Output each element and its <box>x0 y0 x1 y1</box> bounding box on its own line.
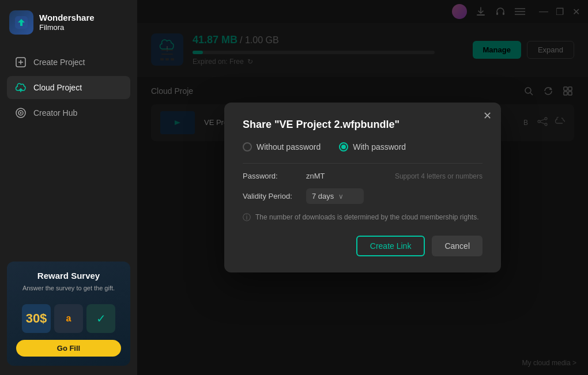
share-modal: ✕ Share "VE Project 2.wfpbundle" Without… <box>224 103 501 272</box>
chevron-down-icon: ∨ <box>338 192 344 200</box>
logo-icon <box>9 10 33 35</box>
info-icon: ⓘ <box>243 213 251 223</box>
sidebar-nav: Create Project Cloud Project <box>0 45 137 130</box>
logo-text: Wondershare Filmora <box>39 13 95 32</box>
modal-close-button[interactable]: ✕ <box>483 111 492 121</box>
reward-survey-title: Reward Survey <box>16 271 121 281</box>
with-password-label: With password <box>353 142 406 151</box>
app-logo: Wondershare Filmora <box>0 0 137 45</box>
reward-survey-card: Reward Survey Answer the survey to get t… <box>7 262 130 366</box>
cancel-button[interactable]: Cancel <box>432 236 483 256</box>
reward-checklist-icon: ✓ <box>86 304 115 333</box>
reward-amazon-icon: a <box>54 304 83 333</box>
reward-go-fill-button[interactable]: Go Fill <box>16 340 121 357</box>
password-label: Password: <box>243 172 306 180</box>
sidebar: Wondershare Filmora Create Project <box>0 0 137 375</box>
sidebar-item-creator-hub[interactable]: Creator Hub <box>7 101 130 124</box>
reward-survey-description: Answer the survey to get the gift. <box>16 284 121 293</box>
password-hint: Support 4 letters or numbers <box>395 172 483 180</box>
info-text: The number of downloads is determined by… <box>255 212 479 222</box>
target-icon <box>15 107 27 119</box>
modal-actions: Create Link Cancel <box>243 236 483 256</box>
without-password-radio[interactable] <box>243 142 252 151</box>
logo-title: Wondershare <box>39 13 95 23</box>
without-password-label: Without password <box>257 142 321 151</box>
password-row: Password: znMT Support 4 letters or numb… <box>243 172 483 180</box>
sidebar-creator-hub-label: Creator Hub <box>33 108 77 118</box>
reward-dollar-icon: 30$ <box>22 304 51 333</box>
svg-point-7 <box>20 112 22 114</box>
password-value: znMT <box>306 172 388 180</box>
without-password-option[interactable]: Without password <box>243 142 321 151</box>
create-link-button[interactable]: Create Link <box>356 236 425 256</box>
validity-value: 7 days <box>312 192 334 200</box>
modal-overlay: ✕ Share "VE Project 2.wfpbundle" Without… <box>137 0 588 375</box>
divider <box>243 163 483 164</box>
reward-images: 30$ a ✓ <box>16 298 121 333</box>
logo-subtitle: Filmora <box>39 23 95 32</box>
password-radio-group: Without password With password <box>243 142 483 151</box>
plus-square-icon <box>15 56 27 68</box>
sidebar-create-project-label: Create Project <box>33 58 85 67</box>
validity-label: Validity Period: <box>243 192 306 200</box>
with-password-option[interactable]: With password <box>339 142 406 151</box>
main-content: — ❐ ✕ 41.87 MB / 1.00 GB <box>137 0 588 375</box>
validity-row: Validity Period: 7 days ∨ <box>243 188 483 204</box>
info-row: ⓘ The number of downloads is determined … <box>243 212 483 223</box>
modal-title: Share "VE Project 2.wfpbundle" <box>243 119 483 131</box>
sidebar-item-cloud-project[interactable]: Cloud Project <box>7 76 130 99</box>
validity-dropdown[interactable]: 7 days ∨ <box>306 188 364 204</box>
sidebar-cloud-project-label: Cloud Project <box>33 83 82 92</box>
sidebar-item-create-project[interactable]: Create Project <box>7 51 130 74</box>
with-password-radio[interactable] <box>339 142 348 151</box>
cloud-icon <box>15 82 27 93</box>
